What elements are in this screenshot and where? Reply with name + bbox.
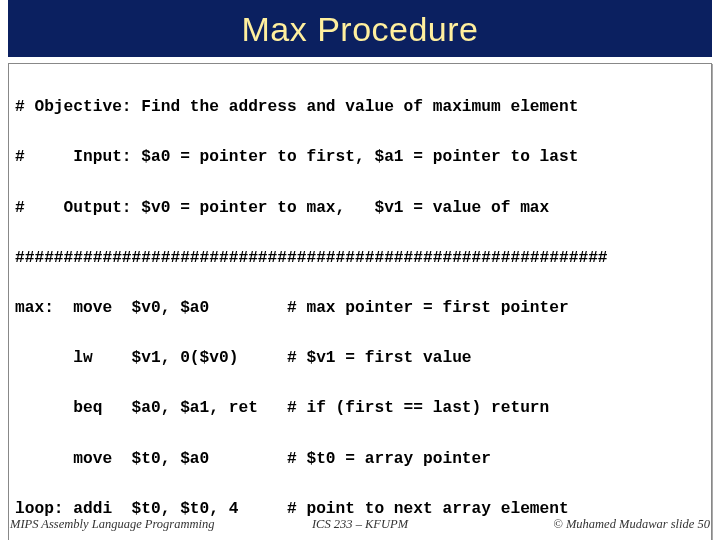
footer-right: © Muhamed Mudawar slide 50 [553,517,710,532]
code-block: # Objective: Find the address and value … [8,63,712,540]
code-line: lw $v1, 0($v0) # $v1 = first value [15,346,705,371]
code-line: # Input: $a0 = pointer to first, $a1 = p… [15,145,705,170]
code-line: beq $a0, $a1, ret # if (first == last) r… [15,396,705,421]
code-line: max: move $v0, $a0 # max pointer = first… [15,296,705,321]
code-line: # Output: $v0 = pointer to max, $v1 = va… [15,196,705,221]
code-line: move $t0, $a0 # $t0 = array pointer [15,447,705,472]
slide: Max Procedure # Objective: Find the addr… [0,0,720,540]
footer-left: MIPS Assembly Language Programming [10,517,215,532]
code-line: ########################################… [15,246,705,271]
footer: MIPS Assembly Language Programming ICS 2… [10,517,710,532]
slide-title: Max Procedure [8,0,712,57]
code-line: # Objective: Find the address and value … [15,95,705,120]
